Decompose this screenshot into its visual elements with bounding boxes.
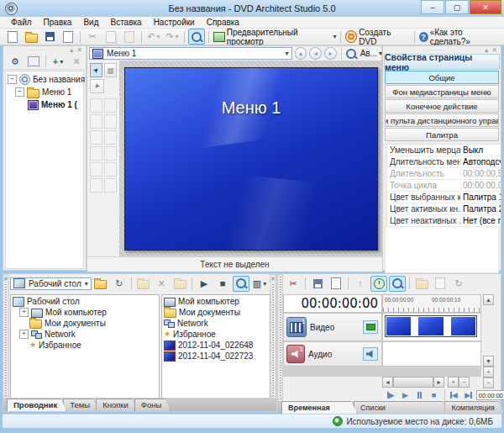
properties-tab-end-action[interactable]: Конечное действие — [385, 99, 499, 113]
video-display-button[interactable] — [363, 320, 378, 334]
audio-track-header[interactable]: 1 Аудио — [283, 341, 382, 367]
minimize-button[interactable]: – — [421, 0, 444, 14]
address-combo[interactable]: Рабочий стол ▾ — [10, 277, 92, 290]
close-button[interactable]: ✕ — [470, 0, 501, 14]
zoom-out-time-button[interactable]: − — [459, 377, 470, 388]
properties-tab-background[interactable]: Фон медиастраницы меню — [385, 85, 499, 98]
create-dvd-button[interactable]: Создать DVD — [344, 29, 410, 45]
close-panel-icon[interactable]: ✕ — [270, 276, 276, 283]
close-panel-icon[interactable]: ✕ — [3, 276, 8, 283]
reload-media-button[interactable]: ↻ — [450, 276, 467, 292]
preview-toggle-button[interactable] — [188, 29, 205, 45]
zoom-value[interactable]: Ав... — [360, 49, 377, 58]
file-item[interactable]: Network — [162, 318, 270, 329]
distribute-vertical-button[interactable] — [104, 178, 117, 193]
stop-playback-button[interactable]: ■ — [428, 390, 440, 401]
auto-ripple-button[interactable] — [370, 276, 387, 292]
timeline-ruler[interactable]: 00:00:00:00 00:00:00:10 — [382, 294, 481, 313]
property-value[interactable]: Нет (все проз... — [460, 216, 501, 225]
timeline-vscrollbar[interactable]: ▲ ▼ + − — [483, 294, 495, 388]
tab-backgrounds[interactable]: Фоны — [134, 399, 171, 411]
menu-settings[interactable]: Настройки — [148, 18, 201, 27]
property-value[interactable]: Автоподсчет — [460, 157, 501, 166]
nav-forward-button[interactable]: ▸ — [324, 47, 337, 60]
save-project-button[interactable] — [41, 29, 58, 45]
play-button[interactable]: ▶ — [399, 390, 412, 401]
timeline-hscrollbar[interactable]: ◄ ► + − — [382, 377, 470, 388]
zoom-in-time-button[interactable]: + — [448, 377, 459, 388]
menu-help[interactable]: Справка — [201, 18, 245, 27]
play-media-button[interactable]: ▶ — [196, 276, 213, 292]
same-width-button[interactable] — [90, 146, 102, 161]
new-project-button[interactable] — [4, 29, 21, 45]
menu-file[interactable]: Файл — [5, 18, 38, 27]
menu-canvas[interactable]: Меню 1 — [119, 61, 382, 256]
property-row[interactable]: Уменьшить мерцан...Выкл — [383, 145, 501, 156]
redo-button[interactable]: ↷▾ — [164, 29, 181, 45]
menu-edit[interactable]: Правка — [38, 18, 78, 27]
file-item[interactable]: ★Избранное — [162, 329, 270, 340]
nav-up-button[interactable]: ▴ — [295, 47, 307, 60]
project-settings-button[interactable]: ⚙ — [7, 54, 24, 70]
property-row[interactable]: Цвет неактивных ...Нет (все проз... — [383, 215, 501, 227]
property-value[interactable]: Палитра 2 — [460, 204, 501, 214]
auto-preview-button[interactable] — [233, 276, 249, 292]
tree-item-documents[interactable]: Мои документы — [11, 318, 159, 329]
tree-item-menu-folder[interactable]: − Меню 1 — [6, 86, 83, 98]
file-item[interactable]: 2012-11-04_022648 — [162, 340, 270, 351]
save-media-button[interactable] — [432, 276, 449, 292]
property-value[interactable]: Палитра 1 — [460, 193, 501, 202]
file-item[interactable]: Мой компьютер — [162, 296, 270, 307]
favorites-folder-button[interactable] — [171, 276, 188, 292]
tab-explorer[interactable]: Проводник — [7, 399, 66, 411]
timeline-time-display[interactable]: 00:00:00:00 — [283, 294, 382, 313]
zoom-tool-button[interactable] — [389, 276, 406, 292]
clip-thumbnail[interactable] — [451, 317, 475, 335]
menu-selector-combo[interactable]: Меню 1 ▾ — [89, 47, 292, 60]
sizing-tool-button[interactable]: ➤ — [90, 79, 104, 93]
tree-item-computer[interactable]: + Мой компьютер — [11, 307, 159, 318]
views-button[interactable]: ▥▾ — [251, 276, 268, 292]
menu-insert[interactable]: Вставка — [104, 18, 147, 27]
audio-mute-button[interactable] — [363, 347, 378, 361]
center-horizontal-button[interactable] — [90, 114, 102, 129]
project-properties-button[interactable] — [60, 29, 76, 45]
tab-compilation[interactable]: Компиляция — [444, 401, 504, 414]
nav-back-button[interactable]: ◂ — [309, 47, 322, 60]
explorer-right-grip[interactable]: ✕ — [270, 274, 276, 397]
menu-view[interactable]: Вид — [77, 18, 104, 27]
tab-buttons[interactable]: Кнопки — [96, 399, 138, 411]
property-row[interactable]: Цвет выбранных к...Палитра 1 — [383, 192, 501, 203]
property-value[interactable]: Выкл — [460, 145, 501, 155]
explorer-left-grip[interactable]: ✕ — [3, 274, 9, 397]
scroll-left-button[interactable]: ◄ — [382, 377, 393, 388]
scroll-down-button[interactable]: ▼ — [483, 356, 494, 367]
grid-tool-button[interactable]: ▦ — [104, 63, 117, 77]
tree-item-root[interactable]: − Без названия — [6, 73, 83, 86]
open-media-button[interactable] — [413, 276, 430, 292]
hscroll-thumb[interactable] — [393, 377, 433, 388]
tree-item-network[interactable]: + Network — [11, 329, 159, 340]
menu-preview[interactable]: Меню 1 — [124, 67, 378, 251]
preview-frame-button[interactable] — [25, 54, 42, 70]
scroll-right-button[interactable]: ► — [433, 377, 444, 388]
edit-tool-button[interactable]: ✂ — [285, 276, 302, 292]
property-row[interactable]: Цвет активных кн...Палитра 2 — [383, 203, 501, 215]
same-height-button[interactable] — [104, 146, 117, 161]
space-down-button[interactable] — [104, 162, 117, 177]
align-top-button[interactable] — [104, 98, 117, 113]
property-row[interactable]: Длительность менюАвтоподсчет — [383, 156, 501, 168]
undo-button[interactable]: ↶▾ — [145, 29, 162, 45]
tree-item-favorites[interactable]: ★Избранное — [11, 340, 159, 351]
align-left-button[interactable] — [90, 98, 102, 113]
tree-item-desktop[interactable]: Рабочий стол — [11, 296, 159, 307]
scroll-up-button[interactable]: ▲ — [483, 294, 494, 305]
maximize-button[interactable]: ▢ — [445, 0, 469, 14]
add-item-button[interactable]: +▾ — [50, 54, 66, 70]
tab-timeline[interactable]: Временная шкала — [281, 401, 357, 414]
video-track-header[interactable]: 1 Видео — [283, 313, 382, 341]
menu-clip-group[interactable] — [385, 315, 477, 337]
tab-playlists[interactable]: Списки воспроизведения — [354, 401, 448, 414]
refresh-button[interactable]: ↻ — [111, 276, 128, 292]
insert-scene-button[interactable] — [309, 276, 326, 292]
